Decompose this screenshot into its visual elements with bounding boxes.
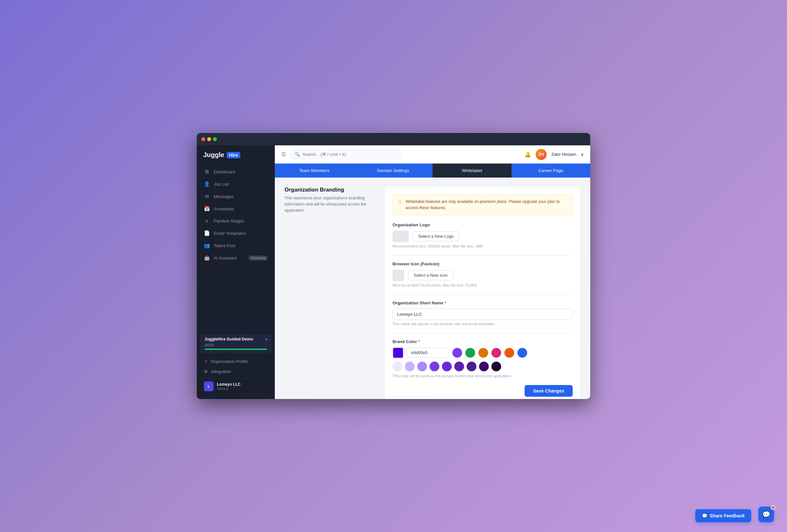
logo-text: Juggle [203, 151, 224, 159]
topbar-user-avatar: ZH [536, 149, 547, 160]
progress-bar [205, 348, 267, 350]
feedback-icon: 💬 [702, 513, 707, 518]
ai-upcoming-badge: Upcoming [249, 256, 268, 260]
logo-label: Organization Logo [392, 222, 573, 227]
page-body: Organization Branding This represents yo… [275, 177, 590, 399]
sidebar-item-org-profile[interactable]: ↗ Organization Profile [200, 356, 272, 366]
minimize-button[interactable] [207, 137, 211, 141]
schedules-icon: 📅 [204, 206, 210, 212]
app-window: Juggle Hire ⊞ Dashboard 👤 Job List ✉ Mes… [197, 133, 590, 399]
sidebar-item-label: Talent Pool [214, 243, 235, 248]
color-swatch[interactable] [392, 347, 404, 358]
divider-1 [392, 255, 573, 256]
color-hex-input[interactable] [407, 348, 449, 358]
sidebar-bottom: JuggleHire Guided Demo › 14/14 ↗ Organiz… [197, 330, 275, 399]
color-dot-pink[interactable] [491, 348, 501, 358]
color-dot-purple[interactable] [452, 348, 462, 358]
tab-team-members[interactable]: Team Members [275, 164, 354, 177]
divider-3 [392, 333, 573, 333]
chat-icon: 💬 [762, 511, 770, 518]
warning-text: Whitelabel features are only available o… [406, 199, 567, 211]
notification-bell-icon[interactable]: 🔔 [525, 151, 531, 157]
close-button[interactable] [201, 137, 205, 141]
sidebar-item-pipeline-stages[interactable]: ≡ Pipeline Stages [200, 215, 272, 227]
logo-hint: Recommended size: 200x50 pixels. Max fil… [392, 244, 573, 248]
integration-label: Integration [211, 369, 231, 374]
color-dot-violet-dark[interactable] [491, 362, 501, 371]
color-dot-amber[interactable] [478, 348, 488, 358]
color-dot-violet-950[interactable] [479, 362, 489, 371]
brand-color-hint: This color will be used as the primary b… [392, 374, 573, 378]
brand-color-section: Brand Color * [392, 339, 573, 378]
select-logo-button[interactable]: Select a New Logo [413, 231, 459, 241]
notification-dot: 1 [771, 505, 775, 510]
save-changes-button[interactable]: Save Changes [525, 385, 573, 397]
sidebar-item-talent-pool[interactable]: 👥 Talent Pool [200, 240, 272, 251]
sidebar-item-label: Schedules [214, 207, 234, 211]
user-row[interactable]: L Lomeyo LLC Startup ∧ [200, 378, 272, 395]
sidebar-item-messages[interactable]: ✉ Messages [200, 191, 272, 202]
chat-bubble-button[interactable]: 💬 1 [758, 507, 774, 522]
tab-domain-settings[interactable]: Domain Settings [354, 164, 433, 177]
color-dot-lavender-200[interactable] [405, 362, 414, 371]
main-content: ☰ 🔍 🔔 ZH Zakir Hossen ∨ Team Members Do [275, 145, 590, 399]
color-dot-violet-900[interactable] [467, 362, 476, 371]
color-dot-violet-700[interactable] [442, 362, 452, 371]
email-templates-icon: 📄 [204, 230, 210, 236]
share-feedback-button[interactable]: 💬 Share Feedback [695, 509, 751, 522]
tab-whitelabel[interactable]: Whitelabel [432, 164, 512, 177]
sidebar-item-label: Job List [214, 182, 229, 187]
search-icon: 🔍 [295, 152, 300, 157]
external-link-icon: ↗ [204, 359, 208, 364]
icon-hint: Must be at least 16x16 pixels. Max file … [392, 283, 573, 287]
warning-banner: ⚠ Whitelabel features are only available… [392, 194, 573, 215]
sidebar: Juggle Hire ⊞ Dashboard 👤 Job List ✉ Mes… [197, 145, 275, 399]
user-avatar: L [204, 381, 214, 391]
sidebar-item-label: AI Assistant [214, 256, 237, 260]
sidebar-item-label: Dashboard [214, 169, 235, 174]
color-dot-violet-300[interactable] [417, 362, 427, 371]
color-dot-lavender-100[interactable] [392, 362, 402, 371]
color-picker-row [392, 347, 573, 358]
short-name-label: Organization Short Name * [392, 300, 573, 305]
sidebar-item-dashboard[interactable]: ⊞ Dashboard [200, 166, 272, 177]
color-dot-violet-600[interactable] [430, 362, 439, 371]
color-dot-orange[interactable] [504, 348, 514, 358]
topbar-right: 🔔 ZH Zakir Hossen ∨ [525, 149, 584, 160]
icon-section: Browser Icon (Favicon) Select a New Icon… [392, 261, 573, 287]
topbar-chevron-down-icon[interactable]: ∨ [581, 152, 584, 157]
sidebar-nav: ⊞ Dashboard 👤 Job List ✉ Messages 📅 Sche… [197, 164, 275, 330]
logo-badge: Hire [227, 152, 240, 158]
tab-career-page[interactable]: Career Page [512, 164, 591, 177]
menu-icon[interactable]: ☰ [281, 151, 286, 157]
guided-demo-box[interactable]: JuggleHire Guided Demo › 14/14 [200, 334, 272, 353]
section-desc: This represents your organization's bran… [284, 195, 376, 213]
sidebar-item-ai-assistant[interactable]: 🤖 AI Assistant Upcoming [200, 252, 272, 264]
user-role: Startup [217, 387, 261, 390]
integration-icon: ⚙ [204, 369, 208, 374]
warning-icon: ⚠ [398, 199, 402, 204]
search-input[interactable] [302, 152, 397, 157]
select-icon-button[interactable]: Select a New Icon [408, 270, 453, 280]
guided-demo-label: JuggleHire Guided Demo [205, 337, 253, 341]
icon-label: Browser Icon (Favicon) [392, 261, 573, 266]
chevron-right-icon: › [266, 337, 267, 341]
sidebar-item-integration[interactable]: ⚙ Integration [200, 366, 272, 377]
color-dots-row2 [392, 362, 573, 371]
sidebar-item-email-templates[interactable]: 📄 Email Templates [200, 227, 272, 239]
sidebar-item-schedules[interactable]: 📅 Schedules [200, 203, 272, 215]
color-dot-blue[interactable] [517, 348, 527, 358]
logo-preview [392, 231, 409, 242]
short-name-section: Organization Short Name * This name will… [392, 300, 573, 326]
sidebar-item-job-list[interactable]: 👤 Job List [200, 178, 272, 190]
traffic-lights [201, 137, 217, 141]
short-name-input[interactable] [392, 308, 573, 320]
short-name-hint: This name will appear in the browser tit… [392, 322, 573, 326]
color-dot-violet-800[interactable] [454, 362, 464, 371]
maximize-button[interactable] [213, 137, 217, 141]
search-bar[interactable]: 🔍 [291, 150, 401, 159]
talent-pool-icon: 👥 [204, 242, 210, 249]
color-dot-green[interactable] [465, 348, 475, 358]
logo-section: Organization Logo Select a New Logo Reco… [392, 222, 573, 248]
user-name: Lomeyo LLC [217, 382, 261, 387]
